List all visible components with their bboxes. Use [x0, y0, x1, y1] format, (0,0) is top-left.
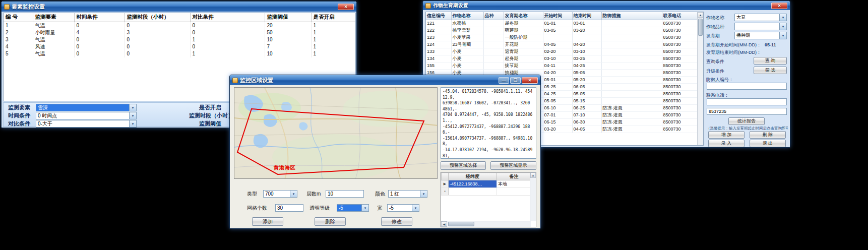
header-cell: 发育期名称	[504, 12, 543, 20]
delete-button[interactable]: 删除	[315, 217, 346, 226]
scroll-thumb[interactable]	[698, 19, 703, 36]
report-button[interactable]: 统计报告	[728, 117, 765, 125]
region-grid: 经纬度备注 ▶-45122.16838…本地*	[441, 172, 531, 196]
layer-input[interactable]	[326, 190, 364, 198]
header-cell: 结束时间	[572, 12, 601, 20]
table-row[interactable]: 155小麦拔节期04-1104-258500730	[426, 62, 697, 69]
delete-button[interactable]: 删 除	[750, 131, 786, 139]
crop-variety-select[interactable]: ▾	[734, 23, 787, 30]
person-id-input[interactable]	[707, 83, 787, 90]
window-title: 监控区域设置	[240, 77, 273, 84]
chevron-down-icon[interactable]: ▾	[129, 112, 136, 119]
chevron-down-icon[interactable]: ▾	[420, 191, 427, 197]
time-select[interactable]: 0 时间点 ▾	[36, 112, 137, 119]
table-cell: 小麦	[451, 48, 483, 55]
coordinates-text[interactable]: -45.04, 0172034578, -905841.1.11, 45412.…	[441, 87, 536, 159]
grid-count-input[interactable]	[275, 204, 303, 212]
alert-region-show-button[interactable]: 预警区域显示	[490, 161, 536, 170]
table-row[interactable]: 5气温001101	[4, 50, 355, 57]
titlebar-buttons: — ❐ ✕	[499, 77, 538, 84]
table-cell: 返青期	[504, 48, 543, 55]
chevron-down-icon[interactable]: ▾	[129, 104, 136, 111]
crop-name-select[interactable]: 大豆 ▾	[734, 14, 787, 21]
chevron-down-icon[interactable]: ▾	[129, 120, 136, 127]
table-cell	[572, 34, 601, 41]
chevron-down-icon[interactable]: ▾	[412, 205, 419, 211]
add-button[interactable]: 增 加	[708, 131, 745, 139]
table-row[interactable]: 122桃李雪梨萌芽期03-0503-208500730	[426, 27, 697, 34]
titlebar[interactable]: 作物生育期设置 ✕	[423, 1, 790, 10]
element-select[interactable]: 雪深 ▾	[36, 104, 137, 111]
close-icon[interactable]: ✕	[771, 3, 787, 9]
code-input[interactable]	[707, 108, 787, 115]
scroll-thumb[interactable]	[448, 222, 474, 226]
table-row[interactable]: 134小麦起身期03-1003-258500730	[426, 55, 697, 62]
vertical-scrollbar[interactable]: ▲	[697, 12, 703, 145]
combo-value: 0-大于	[36, 120, 129, 127]
table-row[interactable]: 121水蜜桃越冬期01-0103-018500730	[426, 20, 697, 27]
chevron-down-icon[interactable]: ▾	[779, 23, 786, 30]
table-cell: 防冻·灌溉	[601, 111, 662, 118]
stage-end-label: 发育期结束时间(MM-DD)：	[706, 49, 761, 56]
table-row[interactable]: 133小麦返青期02-2003-108500730	[426, 48, 697, 55]
horizontal-scrollbar[interactable]: ◀	[441, 221, 531, 227]
table-cell: 06-05	[572, 83, 601, 90]
table-row[interactable]: 4风速00071	[4, 43, 355, 50]
exit-button[interactable]: 退 出	[750, 140, 786, 147]
width-select[interactable]: -5 ▾	[387, 204, 419, 212]
titlebar[interactable]: 要素监控设置 ✕	[2, 2, 356, 12]
map-canvas[interactable]: 黄渤海区	[234, 87, 438, 179]
vertical-scrollbar[interactable]: ▲	[530, 172, 536, 221]
table-row[interactable]: 2小时雨量430501	[4, 29, 355, 36]
table-cell: 05-05	[543, 97, 572, 104]
stage-label: 发育期	[706, 32, 720, 39]
table-row[interactable]: *	[442, 188, 531, 196]
stage-select[interactable]: 播种期 ▾	[734, 32, 787, 39]
chevron-down-icon[interactable]: ▾	[361, 205, 368, 211]
scroll-up-icon[interactable]: ▲	[530, 172, 536, 178]
table-cell: 8500730	[662, 20, 697, 27]
table-cell: 0	[74, 36, 125, 43]
scroll-up-icon[interactable]: ▲	[698, 12, 703, 18]
table-cell	[449, 188, 497, 196]
table-cell: 124	[426, 41, 451, 48]
table-cell	[601, 97, 662, 104]
table-row[interactable]: 1气温000201	[4, 22, 355, 29]
crop-name-label: 作物名称	[706, 14, 724, 21]
close-icon[interactable]: ✕	[338, 4, 354, 10]
table-cell: 04-05	[572, 126, 601, 133]
titlebar[interactable]: 监控区域设置 — ❐ ✕	[230, 75, 540, 85]
input-button[interactable]: 录 入	[708, 140, 745, 147]
table-cell: 121	[426, 20, 451, 27]
period-label: 监测时段（小时）	[189, 112, 233, 119]
table-cell: 风速	[33, 43, 74, 50]
alert-region-select-button[interactable]: 预警区域选择	[441, 161, 486, 170]
element-label: 监测要素	[8, 104, 30, 111]
table-row[interactable]: 3气温001101	[4, 36, 355, 43]
chevron-down-icon[interactable]: ▾	[779, 32, 786, 39]
close-icon[interactable]: ✕	[522, 77, 538, 84]
scroll-left-icon[interactable]: ◀	[441, 221, 447, 227]
add-button[interactable]: 添加	[252, 217, 283, 226]
chevron-down-icon[interactable]: ▾	[290, 191, 297, 197]
table-cell	[601, 76, 662, 83]
table-row[interactable]: 123小麦苹果一般防护期8500730	[426, 34, 697, 41]
table-cell: 桃李雪梨	[451, 27, 483, 34]
chevron-down-icon[interactable]: ▾	[779, 14, 786, 21]
compare-select[interactable]: 0-大于 ▾	[36, 120, 137, 128]
color-select[interactable]: 1 红 ▾	[388, 190, 427, 198]
table-row[interactable]: ▶-45122.16838…本地	[442, 180, 531, 188]
table-row[interactable]: 12423号葡萄开花期04-0504-208500730	[426, 41, 697, 48]
table-cell: 04-20	[572, 41, 601, 48]
maximize-icon[interactable]: ❐	[510, 77, 521, 84]
table-cell: 8500730	[662, 62, 697, 69]
minimize-icon[interactable]: —	[499, 77, 509, 84]
modify-button[interactable]: 修改	[381, 217, 412, 226]
query-button[interactable]: 查 询	[754, 57, 787, 65]
table-cell: 03-10	[543, 55, 572, 62]
filter-button[interactable]: 筛 选	[754, 67, 787, 74]
phone-input[interactable]	[707, 98, 787, 105]
table-cell: 8500730	[662, 55, 697, 62]
alpha-select[interactable]: -5 ▾	[337, 204, 369, 212]
type-select[interactable]: 700 ▾	[263, 190, 297, 198]
